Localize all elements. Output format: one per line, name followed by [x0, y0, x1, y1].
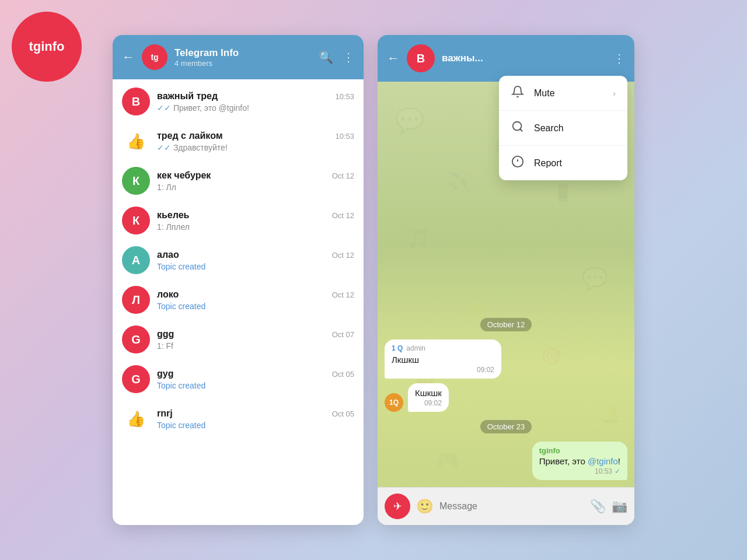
chat-time-chat-1: 10:53	[335, 92, 354, 101]
context-menu-item-mute[interactable]: Mute ›	[499, 76, 627, 111]
svg-text:📱: 📱	[553, 183, 573, 202]
chat-preview-chat-1: ✓✓ Привет, это @tginfo!	[157, 103, 354, 113]
search-icon	[511, 120, 525, 136]
chat-top-row-chat-3: кек чебурек Oct 12	[157, 170, 354, 181]
chat-preview-chat-4: 1: Лплел	[157, 222, 354, 232]
back-button-left[interactable]: ←	[122, 50, 135, 65]
chat-preview-chat-3: 1: Лл	[157, 183, 354, 192]
chat-avatar-chat-3: К	[122, 167, 150, 195]
chat-avatar-chat-1: В	[122, 88, 150, 116]
message-text-outgoing: Привет, это @tginfo!	[539, 456, 620, 466]
chat-time-chat-5: Oct 12	[332, 251, 354, 260]
chat-item-chat-7[interactable]: G ggg Oct 07 1: Ff	[113, 320, 364, 359]
tginfo-logo: tginfo	[12, 12, 82, 82]
chat-time-chat-9: Oct 05	[332, 410, 354, 418]
right-chat-title: важны...	[442, 52, 606, 64]
svg-text:💬: 💬	[395, 106, 424, 134]
chat-item-chat-3[interactable]: К кек чебурек Oct 12 1: Лл	[113, 161, 364, 201]
chat-content-chat-8: gyg Oct 05 Topic created	[157, 369, 354, 390]
panels-container: ← tg Telegram Info 4 members 🔍 ⋮ В важны…	[113, 35, 634, 525]
chat-content-chat-4: кьелеь Oct 12 1: Лплел	[157, 210, 354, 232]
chat-title-chat-4: кьелеь	[157, 210, 189, 220]
report-label: Report	[534, 158, 616, 169]
back-button-right[interactable]: ←	[387, 51, 400, 66]
svg-text:💬: 💬	[582, 266, 608, 291]
search-icon-left[interactable]: 🔍	[319, 50, 333, 64]
chat-top-row-chat-8: gyg Oct 05	[157, 369, 354, 379]
right-header: ← В важны... ⋮	[378, 35, 634, 82]
chat-title-chat-8: gyg	[157, 369, 173, 379]
send-button[interactable]: ✈	[385, 494, 410, 519]
chat-time-chat-6: Oct 12	[332, 290, 354, 299]
right-panel: ← В важны... ⋮ Mute › Search Report	[378, 35, 634, 525]
chat-content-chat-3: кек чебурек Oct 12 1: Лл	[157, 170, 354, 192]
chat-content-chat-1: важный тред 10:53 ✓✓ Привет, это @tginfo…	[157, 91, 354, 113]
chat-title-chat-9: rnrj	[157, 408, 173, 419]
date-separator-oct12: October 12	[480, 318, 532, 331]
chat-title-chat-3: кек чебурек	[157, 170, 211, 181]
chat-item-chat-1[interactable]: В важный тред 10:53 ✓✓ Привет, это @tgin…	[113, 82, 364, 121]
reply-role: admin	[406, 344, 425, 352]
message-text-1: Лкшкш	[392, 355, 494, 365]
chat-preview-chat-5: Topic created	[157, 262, 354, 271]
chat-content-chat-5: алао Oct 12 Topic created	[157, 250, 354, 271]
group-avatar: tg	[142, 44, 167, 70]
right-chat-info: важны...	[442, 52, 606, 64]
chat-item-chat-4[interactable]: К кьелеь Oct 12 1: Лплел	[113, 201, 364, 240]
chat-avatar-chat-2: 👍	[122, 127, 150, 155]
send-icon: ✈	[393, 500, 402, 513]
svg-point-0	[513, 122, 522, 131]
report-icon	[511, 155, 525, 171]
camera-button[interactable]: 📷	[612, 499, 627, 514]
date-separator-oct23: October 23	[480, 420, 532, 433]
chat-content-chat-9: rnrj Oct 05 Topic created	[157, 408, 354, 430]
svg-text:✈️: ✈️	[448, 170, 470, 191]
chat-title-chat-6: локо	[157, 289, 179, 300]
chat-item-chat-6[interactable]: Л локо Oct 12 Topic created	[113, 280, 364, 320]
chat-preview-chat-7: 1: Ff	[157, 341, 354, 351]
right-chat-avatar: В	[407, 44, 435, 72]
chat-item-chat-5[interactable]: А алао Oct 12 Topic created	[113, 240, 364, 280]
message-bubble-outgoing-1: tginfo Привет, это @tginfo! 10:53 ✓	[532, 442, 627, 480]
chat-top-row-chat-4: кьелеь Oct 12	[157, 210, 354, 220]
messages-area: October 12 1 Q admin Лкшкш 09:02 1Q	[378, 307, 634, 487]
chat-preview-chat-6: Topic created	[157, 302, 354, 311]
chat-item-chat-8[interactable]: G gyg Oct 05 Topic created	[113, 359, 364, 399]
chat-preview-chat-2: ✓✓ Здравствуйте!	[157, 143, 354, 152]
chat-item-chat-9[interactable]: 👍 rnrj Oct 05 Topic created	[113, 399, 364, 439]
message-time-1: 09:02	[477, 366, 494, 374]
mute-arrow: ›	[613, 89, 616, 98]
chat-top-row-chat-9: rnrj Oct 05	[157, 408, 354, 419]
context-menu-item-report[interactable]: Report	[499, 146, 627, 180]
more-options-right-icon[interactable]: ⋮	[613, 51, 625, 65]
message-input[interactable]	[439, 501, 584, 512]
reply-info: 1 Q admin	[392, 344, 494, 352]
message-bubble-incoming-1: 1 Q admin Лкшкш 09:02	[385, 340, 501, 379]
chat-item-chat-2[interactable]: 👍 тред с лайком 10:53 ✓✓ Здравствуйте!	[113, 121, 364, 161]
message-avatar: 1Q	[385, 393, 403, 412]
emoji-button[interactable]: 🙂	[416, 498, 434, 514]
mute-label: Mute	[534, 88, 603, 99]
context-menu-item-search[interactable]: Search	[499, 111, 627, 146]
message-input-bar: ✈ 🙂 📎 📷	[378, 487, 634, 525]
right-header-actions: ⋮	[613, 51, 625, 65]
chat-avatar-chat-8: G	[122, 365, 150, 393]
mention-tginfo[interactable]: @tginfo	[588, 456, 618, 466]
chat-time-chat-3: Oct 12	[332, 172, 354, 180]
context-menu: Mute › Search Report	[499, 76, 627, 180]
chat-time-chat-4: Oct 12	[332, 211, 354, 220]
attach-button[interactable]: 📎	[590, 499, 606, 514]
chat-title-chat-2: тред с лайком	[157, 131, 223, 141]
chat-avatar-chat-6: Л	[122, 286, 150, 314]
chat-avatar-chat-5: А	[122, 246, 150, 274]
message-check-outgoing: ✓	[615, 467, 620, 475]
chat-preview-chat-9: Topic created	[157, 421, 354, 430]
message-time-2: 09:02	[424, 399, 442, 407]
more-options-icon[interactable]: ⋮	[343, 50, 354, 64]
svg-text:🎵: 🎵	[407, 228, 430, 250]
chat-time-chat-8: Oct 05	[332, 370, 354, 379]
message-bubble-incoming-2: Кшкшк 09:02	[408, 383, 449, 412]
chat-top-row-chat-1: важный тред 10:53	[157, 91, 354, 102]
chat-title-chat-1: важный тред	[157, 91, 218, 102]
logo-text: tginfo	[29, 39, 64, 54]
